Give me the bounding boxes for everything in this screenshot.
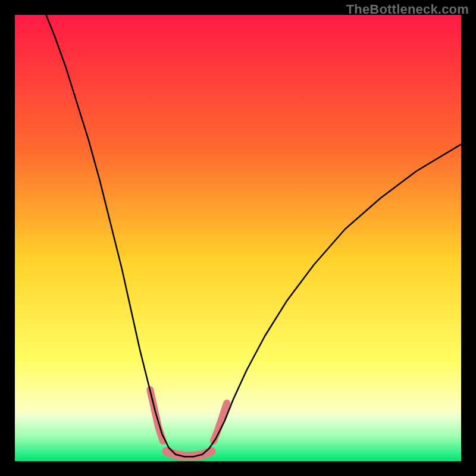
watermark-text: TheBottleneck.com xyxy=(346,2,469,17)
plot-area xyxy=(15,15,461,461)
series-main-curve xyxy=(46,15,462,457)
chart-frame: TheBottleneck.com xyxy=(0,0,476,476)
curve-layer xyxy=(15,15,461,461)
